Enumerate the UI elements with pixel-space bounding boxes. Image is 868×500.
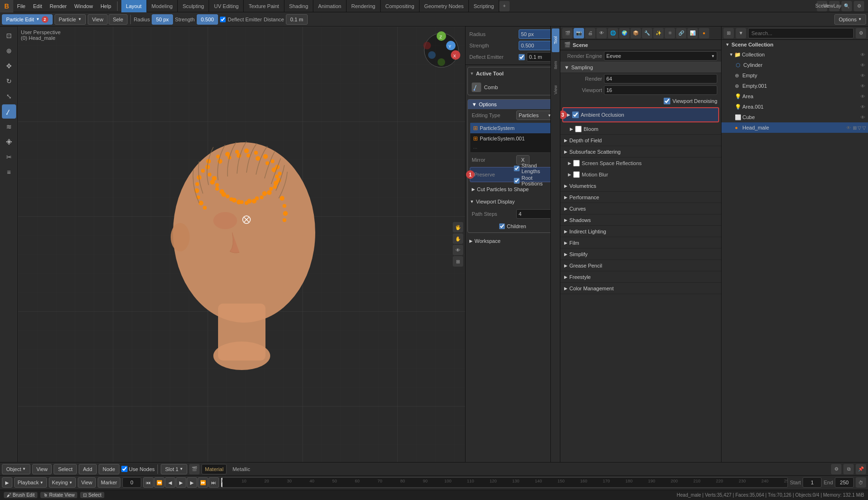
vtab-tool[interactable]: Tool bbox=[552, 28, 559, 52]
freestyle-header[interactable]: ▶ Freestyle bbox=[560, 271, 721, 283]
outliner-icon[interactable]: ⊞ bbox=[723, 28, 734, 38]
prop-constraints-icon[interactable]: 🔗 bbox=[676, 28, 686, 38]
viewport-samples-value[interactable]: 16 bbox=[604, 85, 717, 95]
prop-scene-icon[interactable]: 🎬 bbox=[562, 28, 573, 38]
editing-type-select[interactable]: Particles ▼ bbox=[516, 111, 554, 120]
viewport-3d[interactable]: User Perspective (0) Head_male bbox=[18, 27, 465, 462]
jump-start-btn[interactable]: ⏮ bbox=[143, 477, 154, 488]
ne-icon-1[interactable]: 🎬 bbox=[189, 464, 200, 474]
tab-rendering[interactable]: Rendering bbox=[347, 0, 381, 12]
prop-output-icon[interactable]: 🖨 bbox=[585, 28, 595, 38]
sc-area[interactable]: 💡 Area 👁 bbox=[722, 91, 868, 102]
sc-cylinder[interactable]: ⬡ Cylinder 👁 bbox=[722, 60, 868, 70]
tool-brush[interactable] bbox=[2, 104, 16, 119]
tab-texture-paint[interactable]: Texture Paint bbox=[244, 0, 284, 12]
mb-checkbox[interactable] bbox=[573, 171, 580, 178]
tool-extra[interactable]: ≡ bbox=[2, 165, 16, 179]
sc-cube[interactable]: ⬜ Cube 👁 bbox=[722, 112, 868, 122]
filter-icon[interactable]: ⚙ bbox=[854, 1, 864, 11]
prop-particles-icon[interactable]: ✨ bbox=[653, 28, 664, 38]
jump-end-btn[interactable]: ⏭ bbox=[209, 477, 219, 488]
prop-render-icon[interactable]: 📷 bbox=[574, 28, 584, 38]
viewport-display-header[interactable]: ▼ Viewport Display bbox=[468, 195, 557, 208]
ne-view-btn[interactable]: View bbox=[32, 464, 52, 474]
path-steps-value[interactable]: 4 bbox=[516, 209, 554, 219]
timeline-ruler[interactable]: 0 10 20 30 40 50 60 70 80 90 100 110 120… bbox=[221, 477, 788, 488]
eye-icon-coll[interactable]: 👁 bbox=[859, 52, 866, 57]
children-checkbox[interactable] bbox=[499, 223, 505, 229]
prop-physics-icon[interactable]: ⚛ bbox=[665, 28, 675, 38]
render-samples-value[interactable]: 64 bbox=[604, 74, 717, 83]
select-btn[interactable]: Sele bbox=[109, 14, 128, 25]
sc-empty-001[interactable]: ⊕ Empty.001 👁 bbox=[722, 81, 868, 91]
sc-empty[interactable]: ⊕ Empty 👁 bbox=[722, 70, 868, 81]
tool-weight[interactable] bbox=[2, 135, 16, 149]
ne-pin-icon[interactable]: 📌 bbox=[856, 464, 866, 474]
prop-obj-icon[interactable]: 📦 bbox=[630, 28, 641, 38]
viewport-icon-4[interactable]: ⊞ bbox=[453, 256, 463, 267]
root-positions-check[interactable]: Root Positions bbox=[514, 175, 551, 186]
tool-scale[interactable]: ⤡ bbox=[2, 89, 16, 103]
options-section-header[interactable]: ▼ Options bbox=[468, 100, 557, 109]
prop-scene2-icon[interactable]: 🌐 bbox=[608, 28, 618, 38]
prop-world-icon[interactable]: 🌍 bbox=[619, 28, 630, 38]
eye-icon-area001[interactable]: 👁 bbox=[859, 104, 866, 110]
menu-edit[interactable]: Edit bbox=[29, 0, 46, 12]
workspace-row[interactable]: ▶ Workspace bbox=[466, 235, 560, 247]
viewport-icon-2[interactable]: ✋ bbox=[453, 233, 463, 244]
current-frame-display[interactable]: 0 bbox=[122, 477, 141, 488]
dof-header[interactable]: ▶ Depth of Field bbox=[560, 135, 721, 146]
prop-view-icon[interactable]: 👁 bbox=[596, 28, 607, 38]
eye-icon-cyl[interactable]: 👁 bbox=[859, 63, 866, 68]
play-btn[interactable]: ▶ bbox=[176, 477, 186, 488]
eye-icon-cube[interactable]: 👁 bbox=[859, 115, 866, 120]
options-button[interactable]: Options ▼ bbox=[834, 14, 866, 25]
prev-keyframe-btn[interactable]: ◀ bbox=[165, 477, 175, 488]
sampling-section-header[interactable]: ▼ Sampling bbox=[560, 62, 721, 73]
menu-help[interactable]: Help bbox=[97, 0, 115, 12]
film-header[interactable]: ▶ Film bbox=[560, 237, 721, 249]
distance-value[interactable]: 0.1 m bbox=[286, 14, 308, 25]
tab-geometry-nodes[interactable]: Geometry Nodes bbox=[420, 0, 469, 12]
ao-checkbox[interactable] bbox=[572, 111, 579, 118]
prop-modifier-icon[interactable]: 🔧 bbox=[642, 28, 652, 38]
start-frame-display[interactable]: 1 bbox=[803, 477, 822, 488]
tab-sculpting[interactable]: Sculpting bbox=[178, 0, 209, 12]
view-layer-selector[interactable]: ViewLayer bbox=[829, 1, 840, 11]
bloom-header[interactable]: ▶ Bloom bbox=[560, 123, 721, 135]
performance-header[interactable]: ▶ Performance bbox=[560, 192, 721, 203]
view-btn[interactable]: View bbox=[88, 14, 108, 25]
tab-uv-editing[interactable]: UV Editing bbox=[209, 0, 244, 12]
menu-file[interactable]: File bbox=[13, 0, 29, 12]
tl-marker-btn[interactable]: Marker bbox=[98, 477, 120, 488]
deflect-prop-checkbox[interactable] bbox=[519, 54, 525, 60]
particle-item-2[interactable]: ⊞ ParticleSystem.001 bbox=[470, 133, 555, 144]
keying-btn[interactable]: Keying ▼ bbox=[49, 477, 76, 488]
tl-clock-icon[interactable]: ⏱ bbox=[856, 477, 866, 488]
motion-blur-header[interactable]: ▶ Motion Blur bbox=[560, 169, 721, 180]
tab-animation[interactable]: Animation bbox=[313, 0, 347, 12]
active-tool-header[interactable]: ▼ Active Tool bbox=[468, 67, 557, 80]
playback-btn[interactable]: Playback ▼ bbox=[14, 477, 47, 488]
next-frame-btn[interactable]: ⏩ bbox=[198, 477, 208, 488]
root-positions-checkbox[interactable] bbox=[514, 178, 520, 184]
color-mgmt-header[interactable]: ▶ Color Management bbox=[560, 283, 721, 294]
volumetrics-header[interactable]: ▶ Volumetrics bbox=[560, 180, 721, 192]
end-frame-display[interactable]: 250 bbox=[835, 477, 854, 488]
grease-pencil-header[interactable]: ▶ Grease Pencil bbox=[560, 260, 721, 271]
sc-area-001[interactable]: 💡 Area.001 👁 bbox=[722, 102, 868, 112]
bloom-checkbox[interactable] bbox=[575, 126, 582, 132]
outliner-filter-btn[interactable]: ⚙ bbox=[856, 28, 866, 38]
next-keyframe-btn[interactable]: ▶ bbox=[187, 477, 197, 488]
tool-select[interactable]: ⊡ bbox=[2, 28, 16, 43]
particle-item-1[interactable]: ⊞ ParticleSystem bbox=[470, 123, 555, 133]
strength-value[interactable]: 0.500 bbox=[197, 14, 219, 25]
prev-frame-btn[interactable]: ⏪ bbox=[154, 477, 164, 488]
vtab-view[interactable]: View bbox=[552, 78, 559, 102]
eye-icon-empty[interactable]: 👁 bbox=[859, 73, 866, 78]
tool-smooth[interactable]: ≋ bbox=[2, 120, 16, 134]
ambient-occlusion-header[interactable]: ▶ Ambient Occlusion bbox=[563, 108, 718, 121]
vp-denoising-checkbox[interactable] bbox=[664, 98, 670, 104]
viewport-icon-1[interactable]: 🖐 bbox=[453, 222, 463, 232]
strand-lengths-check[interactable]: Strand Lengths bbox=[514, 163, 551, 174]
